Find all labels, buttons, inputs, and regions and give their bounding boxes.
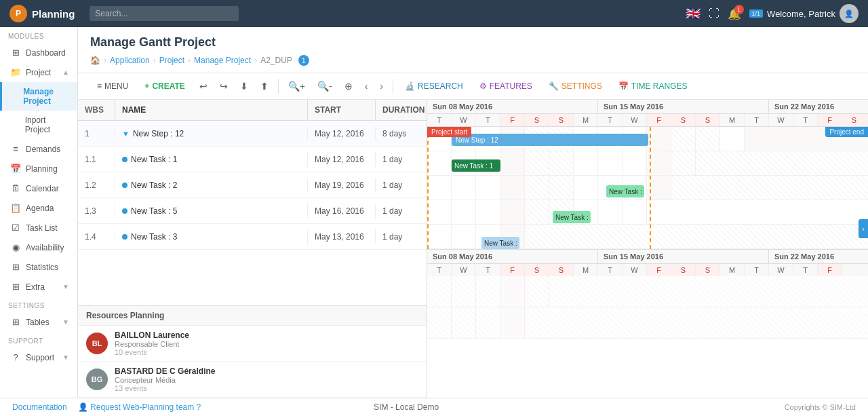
cell-start: May 12, 2016 — [308, 126, 376, 141]
fullscreen-icon[interactable]: ⛶ — [709, 7, 719, 20]
timeranges-button[interactable]: 📅 TIME RANGES — [612, 78, 694, 94]
resource-grid-row — [427, 307, 868, 339]
week-label-1: Sun 08 May 2016 — [427, 100, 598, 113]
menu-button[interactable]: ≡ MENU — [90, 78, 135, 94]
page-title: Manage Gantt Project — [90, 35, 856, 50]
next-button[interactable]: › — [375, 77, 388, 95]
cell-start: May 19, 2016 — [308, 178, 376, 193]
sidebar-item-label: Tables — [26, 318, 50, 327]
footer-center: SIM - Local Demo — [374, 402, 439, 412]
resource-avatar: BL — [86, 333, 108, 354]
cell-duration: 1 day — [376, 152, 427, 167]
collapse-button[interactable]: ⬇ — [235, 77, 253, 95]
cell-wbs: 1.2 — [78, 178, 115, 193]
sidebar-item-tables[interactable]: ⊞ Tables ▼ — [0, 312, 77, 332]
sidebar-item-manage-project[interactable]: Manage Project — [0, 82, 77, 111]
sidebar-item-label: Calendar — [26, 184, 59, 193]
sidebar-item-project[interactable]: 📁 Project ▲ — [0, 62, 77, 82]
resource-grid — [427, 276, 868, 398]
breadcrumb-application[interactable]: Application — [110, 56, 150, 65]
task-dot — [122, 183, 127, 188]
team-link[interactable]: 👤 Request Web-Planning team ? — [78, 402, 201, 412]
gantt-row-bg — [427, 127, 868, 249]
day-cell-weekend: F — [818, 114, 842, 126]
notification-badge: 1 — [734, 5, 744, 14]
user-menu[interactable]: 1/1 Welcome, Patrick 👤 — [749, 4, 859, 23]
search-input[interactable] — [90, 6, 239, 21]
center-button[interactable]: ⊕ — [340, 77, 357, 95]
language-flag[interactable]: 🇬🇧 — [686, 6, 701, 21]
breadcrumb: 🏠 › Application › Project › Manage Proje… — [90, 55, 856, 66]
table-row: 1.3 New Task : 5 May 16, 2016 1 day — [78, 198, 427, 224]
user-badge: 1/1 — [749, 10, 764, 18]
notification-icon[interactable]: 🔔 1 — [728, 7, 741, 20]
cell-name: ▼ New Step : 12 — [115, 126, 308, 141]
sidebar-item-task-list[interactable]: ☑ Task List — [0, 218, 77, 238]
sidebar-item-statistics[interactable]: ⊞ Statistics — [0, 257, 77, 277]
gantt-side-handle[interactable]: › — [859, 219, 868, 238]
gantt-bg-row — [427, 225, 868, 249]
menu-icon: ≡ — [97, 81, 102, 91]
settings-label: Settings — [0, 297, 77, 312]
zoom-in-button[interactable]: 🔍+ — [283, 77, 310, 95]
sidebar-item-dashboard[interactable]: ⊞ Dashboard — [0, 43, 77, 62]
zoom-out-button[interactable]: 🔍- — [313, 77, 337, 95]
prev-button[interactable]: ‹ — [360, 77, 373, 95]
chevron-icon: ▲ — [62, 69, 69, 76]
cell-start: May 12, 2016 — [308, 152, 376, 167]
gantt-header: Sun 08 May 2016 Sun 15 May 2016 Sun 22 M… — [427, 100, 868, 127]
user-avatar: 👤 — [840, 4, 859, 23]
undo-button[interactable]: ↩ — [195, 77, 212, 95]
sidebar-item-demands[interactable]: ≡ Demands — [0, 139, 77, 159]
breadcrumb-home[interactable]: 🏠 — [90, 56, 100, 65]
expand-button[interactable]: ⬆ — [256, 77, 273, 95]
research-button[interactable]: 🔬 RESEARCH — [398, 78, 470, 94]
extra-icon: ⊞ — [10, 282, 21, 292]
cell-duration: 1 day — [376, 204, 427, 219]
toolbar-separator-2 — [393, 79, 393, 94]
table-row: 1.1 New Task : 1 May 12, 2016 1 day — [78, 147, 427, 172]
cell-name: New Task : 3 — [115, 229, 308, 244]
resource-name: BASTARD DE C Géraldine — [115, 366, 418, 376]
team-icon: 👤 — [78, 402, 88, 412]
gantt-area: WBS Name Start Duration 1 ▼ New Step : 1… — [78, 100, 868, 398]
gantt-bottom-days: T W T F S S M T W F S S M — [427, 264, 868, 276]
features-button[interactable]: ⚙ FEATURES — [473, 78, 539, 94]
breadcrumb-manage-project[interactable]: Manage Project — [194, 56, 251, 65]
gantt-bg-row — [427, 127, 868, 151]
footer-right: Copyrights © SIM-Ltd — [785, 403, 856, 411]
sidebar-item-label: Task List — [26, 223, 58, 233]
gantt-table-body: 1 ▼ New Step : 12 May 12, 2016 8 days 1.… — [78, 121, 427, 305]
calendar-icon: 🗓 — [10, 183, 21, 193]
sidebar-item-support[interactable]: ? Support ▼ — [0, 347, 77, 367]
day-cell-weekend: F — [500, 114, 525, 126]
day-cell: T — [598, 114, 623, 126]
sidebar-item-calendar[interactable]: 🗓 Calendar — [0, 178, 77, 198]
settings-button[interactable]: 🔧 SETTINGS — [542, 78, 609, 94]
cell-duration: 1 day — [376, 229, 427, 244]
cell-start: May 16, 2016 — [308, 204, 376, 219]
gantt-week-labels: Sun 08 May 2016 Sun 15 May 2016 Sun 22 M… — [427, 100, 868, 114]
day-cell: M — [720, 114, 745, 126]
sidebar-item-agenda[interactable]: 📋 Agenda — [0, 198, 77, 218]
sidebar-item-availability[interactable]: ◉ Availability — [0, 238, 77, 257]
content-area: Manage Gantt Project 🏠 › Application › P… — [78, 27, 868, 398]
expand-icon[interactable]: ▼ — [122, 130, 130, 138]
sidebar-item-label: Project — [26, 68, 51, 77]
breadcrumb-project[interactable]: Project — [159, 56, 184, 65]
day-cell-weekend: S — [842, 114, 867, 126]
doc-link[interactable]: Documentation — [12, 402, 67, 412]
dashboard-icon: ⊞ — [10, 48, 21, 58]
day-cell: W — [623, 114, 647, 126]
redo-button[interactable]: ↪ — [215, 77, 233, 95]
project-start-line — [427, 127, 429, 249]
sidebar-item-extra[interactable]: ⊞ Extra ▼ — [0, 277, 77, 297]
content-header: Manage Gantt Project 🏠 › Application › P… — [78, 27, 868, 73]
gantt-bg-row — [427, 151, 868, 176]
sidebar-item-inport-project[interactable]: Inport Project — [0, 111, 77, 139]
gantt-bg-row — [427, 200, 868, 225]
sidebar-item-planning[interactable]: 📅 Planning — [0, 159, 77, 178]
user-greeting: Welcome, Patrick — [767, 9, 835, 19]
col-header-start: Start — [308, 100, 376, 120]
create-button[interactable]: + CREATE — [138, 78, 191, 94]
